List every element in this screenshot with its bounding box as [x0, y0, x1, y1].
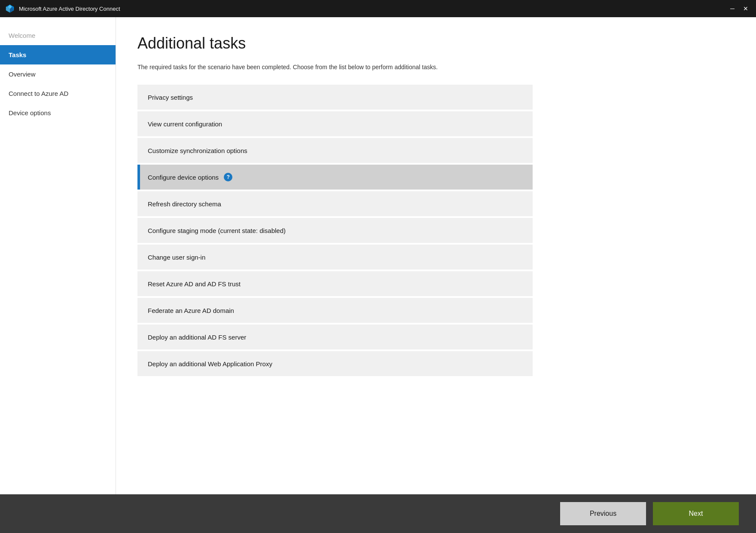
task-indicator	[137, 245, 140, 270]
task-label: Deploy an additional AD FS server	[146, 334, 246, 341]
task-indicator	[137, 325, 140, 349]
task-item-configure-device[interactable]: Configure device options ?	[137, 165, 533, 190]
task-item-federate-domain[interactable]: Federate an Azure AD domain	[137, 298, 533, 323]
task-label: Refresh directory schema	[146, 200, 221, 208]
task-item-view-config[interactable]: View current configuration	[137, 111, 533, 136]
previous-button[interactable]: Previous	[560, 502, 646, 525]
task-label: Reset Azure AD and AD FS trust	[146, 280, 241, 288]
task-item-privacy-settings[interactable]: Privacy settings	[137, 85, 533, 110]
task-item-refresh-schema[interactable]: Refresh directory schema	[137, 191, 533, 216]
task-list: Privacy settings View current configurat…	[137, 85, 533, 376]
task-label: Deploy an additional Web Application Pro…	[146, 360, 272, 368]
task-indicator	[137, 85, 140, 110]
task-label: Privacy settings	[146, 94, 193, 101]
task-label: View current configuration	[146, 120, 222, 128]
next-button[interactable]: Next	[653, 502, 739, 525]
task-indicator	[137, 165, 140, 190]
task-item-deploy-wap[interactable]: Deploy an additional Web Application Pro…	[137, 351, 533, 376]
footer-bar: Previous Next	[0, 494, 756, 533]
sidebar-item-connect-azure-ad[interactable]: Connect to Azure AD	[0, 84, 116, 103]
task-indicator	[137, 351, 140, 376]
task-indicator	[137, 111, 140, 136]
task-item-change-signin[interactable]: Change user sign-in	[137, 245, 533, 270]
title-bar-text: Microsoft Azure Active Directory Connect	[19, 6, 728, 12]
page-title: Additional tasks	[137, 34, 735, 52]
task-item-customize-sync[interactable]: Customize synchronization options	[137, 138, 533, 163]
task-label: Configure staging mode (current state: d…	[146, 227, 286, 234]
close-button[interactable]: ✕	[741, 5, 751, 12]
task-item-reset-trust[interactable]: Reset Azure AD and AD FS trust	[137, 271, 533, 296]
title-bar: Microsoft Azure Active Directory Connect…	[0, 0, 756, 17]
task-indicator	[137, 298, 140, 323]
sidebar-item-tasks[interactable]: Tasks	[0, 45, 116, 64]
task-item-deploy-adfs[interactable]: Deploy an additional AD FS server	[137, 325, 533, 349]
task-item-staging-mode[interactable]: Configure staging mode (current state: d…	[137, 218, 533, 243]
task-indicator	[137, 271, 140, 296]
main-content: Additional tasks The required tasks for …	[116, 17, 756, 494]
help-icon[interactable]: ?	[224, 173, 232, 181]
task-label: Change user sign-in	[146, 254, 205, 261]
task-indicator	[137, 191, 140, 216]
sidebar: Welcome Tasks Overview Connect to Azure …	[0, 17, 116, 494]
sidebar-item-overview[interactable]: Overview	[0, 64, 116, 84]
page-description: The required tasks for the scenario have…	[137, 63, 503, 72]
task-label: Customize synchronization options	[146, 147, 247, 154]
task-indicator	[137, 218, 140, 243]
task-indicator	[137, 138, 140, 163]
content-area: Welcome Tasks Overview Connect to Azure …	[0, 17, 756, 494]
app-logo-icon	[5, 4, 15, 13]
main-window: Welcome Tasks Overview Connect to Azure …	[0, 17, 756, 533]
sidebar-item-welcome[interactable]: Welcome	[0, 26, 116, 45]
minimize-button[interactable]: ─	[728, 5, 737, 12]
task-label: Configure device options	[146, 174, 219, 181]
sidebar-item-device-options[interactable]: Device options	[0, 103, 116, 123]
task-label: Federate an Azure AD domain	[146, 307, 234, 314]
title-bar-controls: ─ ✕	[728, 5, 751, 12]
